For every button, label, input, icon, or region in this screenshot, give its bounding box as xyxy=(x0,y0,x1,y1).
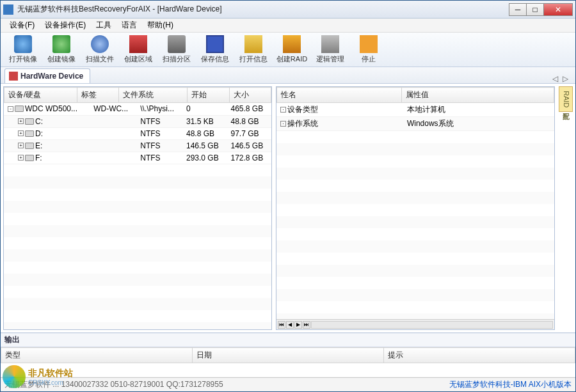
tree-toggle-icon[interactable]: + xyxy=(18,143,24,148)
scan-files-button-icon xyxy=(91,35,109,53)
titlebar[interactable]: 无锡蓝梦软件科技BestRecoveryForAIX - [HardWare D… xyxy=(1,1,575,19)
device-row[interactable]: -WDC WD500...WD-WC...\\.\Physi...0465.8 … xyxy=(4,103,271,115)
stop-button[interactable]: 停止 xyxy=(350,34,387,66)
maximize-button[interactable]: □ xyxy=(526,3,544,16)
create-raid-button[interactable]: 创建RAID xyxy=(273,34,310,66)
close-button[interactable]: ✕ xyxy=(543,3,573,16)
device-row[interactable]: +C:NTFS31.5 KB48.8 GB xyxy=(4,115,271,127)
scroll-prev-icon[interactable]: ◀ xyxy=(286,321,294,329)
drive-icon xyxy=(25,143,34,149)
tab-scroll-left-icon[interactable]: ◁ xyxy=(552,74,561,83)
tree-toggle-icon[interactable]: · xyxy=(280,107,286,113)
device-tree-pane: 设备/硬盘标签文件系统开始大小 -WDC WD500...WD-WC...\\.… xyxy=(3,86,272,330)
output-title: 输出 xyxy=(1,333,575,347)
drive-icon xyxy=(25,130,34,137)
tabstrip: HardWare Device ◁ ▷ xyxy=(1,67,575,84)
window-title: 无锡蓝梦软件科技BestRecoveryForAIX - [HardWare D… xyxy=(17,4,509,15)
properties-pane: 性名属性值 ·设备类型本地计算机·操作系统Windows系统 ⏮ ◀ ▶ ⏭ xyxy=(276,86,555,330)
scan-partition-button-icon xyxy=(168,35,186,53)
app-window: 无锡蓝梦软件科技BestRecoveryForAIX - [HardWare D… xyxy=(0,0,576,392)
scroll-last-icon[interactable]: ⏭ xyxy=(303,321,310,329)
device-grid[interactable]: 设备/硬盘标签文件系统开始大小 xyxy=(4,87,271,103)
menu-设备(F)[interactable]: 设备(F) xyxy=(4,19,40,32)
empty-area xyxy=(276,131,554,319)
open-info-button-icon xyxy=(244,35,262,53)
window-controls: ─ □ ✕ xyxy=(509,3,573,16)
workspace: 设备/硬盘标签文件系统开始大小 -WDC WD500...WD-WC...\\.… xyxy=(1,84,575,333)
column-header[interactable]: 提示 xyxy=(384,348,575,363)
logic-mgmt-button-icon xyxy=(321,35,339,53)
scroll-track[interactable] xyxy=(311,321,553,329)
statusbar: 无锡蓝梦软件 ... 13400027332 0510-82719001 QQ:… xyxy=(1,377,575,391)
device-row[interactable]: +E:NTFS146.5 GB146.5 GB xyxy=(4,139,271,152)
open-image-button[interactable]: 打开镜像 xyxy=(4,34,42,66)
output-panel: 输出 类型日期提示 xyxy=(1,333,575,377)
property-row[interactable]: ·设备类型本地计算机 xyxy=(276,103,554,117)
tree-toggle-icon[interactable]: + xyxy=(18,118,24,124)
raid-config-tab[interactable]: RAID配置 xyxy=(559,86,573,112)
column-header[interactable]: 标签 xyxy=(77,88,118,103)
stop-button-icon xyxy=(360,35,378,53)
scroll-first-icon[interactable]: ⏮ xyxy=(278,321,285,329)
open-info-button[interactable]: 打开信息 xyxy=(235,34,272,66)
device-row[interactable]: +F:NTFS293.0 GB172.8 GB xyxy=(4,152,271,164)
tree-toggle-icon[interactable]: · xyxy=(280,121,286,127)
column-header[interactable]: 文件系统 xyxy=(118,88,188,103)
property-row[interactable]: ·操作系统Windows系统 xyxy=(276,117,554,131)
column-header[interactable]: 类型 xyxy=(1,348,193,363)
tab-scroll-right-icon[interactable]: ▷ xyxy=(563,74,572,83)
menu-设备操作(E)[interactable]: 设备操作(E) xyxy=(40,19,91,32)
menu-帮助(H)[interactable]: 帮助(H) xyxy=(142,19,179,32)
logic-mgmt-button[interactable]: 逻辑管理 xyxy=(312,34,349,66)
create-image-button[interactable]: 创建镜像 xyxy=(43,34,80,66)
toolbar: 打开镜像创建镜像扫描文件创建区域扫描分区保存信息打开信息创建RAID逻辑管理停止 xyxy=(1,33,575,67)
tree-toggle-icon[interactable]: + xyxy=(18,155,24,161)
create-raid-button-icon xyxy=(283,35,301,53)
save-info-button-icon xyxy=(206,35,224,53)
app-icon xyxy=(3,4,13,15)
minimize-button[interactable]: ─ xyxy=(509,3,527,16)
column-header[interactable]: 开始 xyxy=(188,88,229,103)
column-header[interactable]: 大小 xyxy=(229,88,271,103)
column-header[interactable]: 属性值 xyxy=(401,88,554,103)
status-text: 无锡蓝梦软件 ... 13400027332 0510-82719001 QQ:… xyxy=(4,379,223,390)
column-header[interactable]: 设备/硬盘 xyxy=(4,88,77,103)
tree-toggle-icon[interactable]: + xyxy=(18,130,24,136)
device-row[interactable]: +D:NTFS48.8 GB97.7 GB xyxy=(4,127,271,139)
menubar: 设备(F)设备操作(E)工具语言帮助(H) xyxy=(1,19,575,33)
scan-files-button[interactable]: 扫描文件 xyxy=(81,34,118,66)
tree-toggle-icon[interactable]: - xyxy=(8,106,13,112)
menu-工具[interactable]: 工具 xyxy=(91,19,116,32)
tab-label: HardWare Device xyxy=(20,72,83,81)
scan-partition-button[interactable]: 扫描分区 xyxy=(158,34,195,66)
create-region-button-icon xyxy=(129,35,147,53)
properties-grid[interactable]: 性名属性值 xyxy=(276,87,554,103)
drive-icon xyxy=(15,106,24,112)
create-region-button[interactable]: 创建区域 xyxy=(120,34,157,66)
side-dock: RAID配置 xyxy=(559,86,573,330)
save-info-button[interactable]: 保存信息 xyxy=(196,34,234,66)
empty-area xyxy=(4,164,271,330)
column-header[interactable]: 日期 xyxy=(193,348,384,363)
status-link[interactable]: 无锡蓝梦软件科技-IBM AIX小机版本 xyxy=(449,379,572,390)
column-header[interactable]: 性名 xyxy=(277,88,402,103)
scroll-next-icon[interactable]: ▶ xyxy=(294,321,302,329)
tab-hardware-device[interactable]: HardWare Device xyxy=(4,68,90,83)
open-image-button-icon xyxy=(14,35,32,53)
menu-语言[interactable]: 语言 xyxy=(116,19,142,32)
output-grid[interactable]: 类型日期提示 xyxy=(1,347,575,377)
scrollbar[interactable]: ⏮ ◀ ▶ ⏭ xyxy=(276,319,554,329)
drive-icon xyxy=(25,155,34,161)
create-image-button-icon xyxy=(52,35,70,53)
tab-icon xyxy=(9,72,18,81)
drive-icon xyxy=(25,118,34,125)
